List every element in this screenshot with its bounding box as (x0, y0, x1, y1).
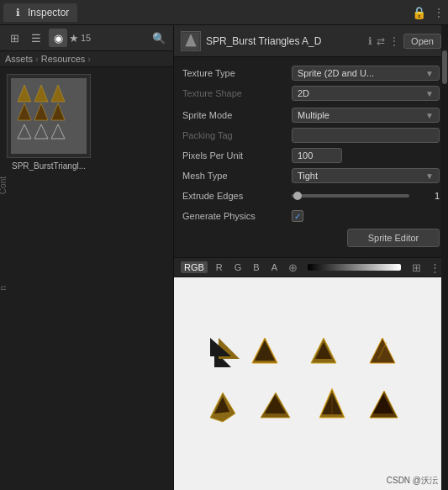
inspector-transform-icon[interactable]: ⇄ (377, 35, 385, 47)
extrude-edges-number: 1 (414, 191, 440, 201)
watermark: CSDN @沃沄 (387, 475, 438, 487)
texture-type-label: Texture Type (182, 68, 292, 78)
extrude-edges-thumb (293, 192, 302, 200)
left-toolbar: ⊞ ☰ ◉ ★15 🔍 (0, 25, 173, 51)
generate-physics-label: Generate Physics (182, 211, 292, 221)
extrude-edges-value: 1 (292, 191, 440, 201)
tab-menu-icon[interactable]: ⋮ (433, 6, 445, 19)
generate-physics-checkbox[interactable] (292, 210, 303, 222)
mesh-type-row: Mesh Type Tight ▼ (182, 166, 440, 185)
small-sprite-icon (182, 33, 199, 50)
asset-thumbnail (7, 74, 91, 158)
pixels-per-unit-input[interactable] (292, 148, 342, 163)
svg-marker-16 (255, 340, 275, 361)
a-button[interactable]: A (268, 261, 281, 273)
breadcrumb-chevron-2: › (87, 54, 91, 64)
texture-shape-row: Texture Shape 2D ▼ (182, 84, 440, 103)
rgb-button[interactable]: RGB (181, 261, 208, 273)
packing-tag-input[interactable] (292, 128, 440, 143)
inspector-tab[interactable]: ℹ Inspector (3, 3, 77, 22)
inspector-tab-label: Inspector (28, 7, 69, 18)
texture-type-row: Texture Type Sprite (2D and U... ▼ (182, 64, 440, 82)
tab-bar: ℹ Inspector 🔒 ⋮ (0, 0, 448, 25)
packing-tag-label: Packing Tag (182, 130, 292, 140)
favorites-count: 15 (81, 33, 91, 43)
view-list-button[interactable]: ☰ (27, 29, 45, 47)
mesh-type-label: Mesh Type (182, 171, 292, 181)
sprite-mode-row: Sprite Mode Multiple ▼ (182, 106, 440, 124)
tab-bar-actions: 🔒 ⋮ (412, 6, 445, 19)
search-icon[interactable]: 🔍 (150, 29, 168, 47)
sprite-mode-dropdown[interactable]: Multiple ▼ (292, 108, 440, 123)
breadcrumb-chevron-1: › (35, 54, 39, 64)
breadcrumb-assets[interactable]: Assets (5, 54, 33, 64)
sprite-mode-dropdown-text: Multiple (298, 110, 329, 120)
rgb-toolbar: RGB R G B A ⊕ ⊞ ⋮ (174, 257, 448, 277)
asset-label: SPR_BurstTriangl... (12, 161, 86, 171)
side-label-cont: Cont (0, 177, 8, 194)
preview-sprites-svg (193, 321, 429, 447)
sprite-editor-button[interactable]: Sprite Editor (347, 229, 440, 247)
breadcrumb-resources[interactable]: Resources (41, 54, 86, 64)
sprite-mode-value: Multiple ▼ (292, 108, 440, 123)
asset-icon-small (181, 31, 201, 51)
sprite-sheet-svg (11, 78, 87, 154)
info-icon: ℹ (12, 7, 24, 18)
asset-item[interactable]: SPR_BurstTriangl... (7, 74, 91, 171)
mesh-type-dropdown-text: Tight (298, 171, 318, 181)
texture-type-dropdown-text: Sprite (2D and U... (298, 68, 374, 78)
sprite-mode-label: Sprite Mode (182, 110, 292, 120)
texture-shape-dropdown-text: 2D (298, 88, 309, 98)
packing-tag-row: Packing Tag (182, 126, 440, 145)
favorites-button[interactable]: ★15 (71, 29, 89, 47)
lock-icon[interactable]: 🔒 (412, 6, 426, 19)
right-panel: SPR_Burst Triangles A_D ℹ ⇄ ⋮ Open Textu… (174, 25, 448, 490)
inspector-properties: Texture Type Sprite (2D and U... ▼ Textu… (174, 57, 448, 257)
texture-shape-label: Texture Shape (182, 88, 292, 98)
alpha-slider[interactable] (308, 264, 401, 271)
color-picker-icon[interactable]: ⊕ (286, 261, 299, 274)
breadcrumb: Assets › Resources › (0, 51, 173, 67)
search-button[interactable]: ◉ (49, 29, 67, 47)
inspector-header: SPR_Burst Triangles A_D ℹ ⇄ ⋮ Open (174, 25, 448, 57)
texture-type-value: Sprite (2D and U... ▼ (292, 66, 440, 81)
mesh-type-value: Tight ▼ (292, 168, 440, 183)
pixels-per-unit-row: Pixels Per Unit (182, 146, 440, 165)
scrollbar[interactable] (441, 25, 448, 490)
extrude-edges-slider[interactable] (292, 194, 409, 198)
main-layout: ⊞ ☰ ◉ ★15 🔍 Assets › Resources › (0, 25, 448, 490)
inspector-header-icons: ℹ ⇄ ⋮ Open (368, 34, 441, 49)
packing-tag-value (292, 128, 440, 143)
texture-type-dropdown-arrow: ▼ (425, 69, 434, 78)
scrollbar-thumb[interactable] (442, 50, 447, 84)
texture-shape-dropdown[interactable]: 2D ▼ (292, 86, 440, 101)
pixels-per-unit-label: Pixels Per Unit (182, 150, 292, 161)
sprite-editor-row: Sprite Editor (182, 229, 440, 247)
left-panel: ⊞ ☰ ◉ ★15 🔍 Assets › Resources › (0, 25, 174, 490)
pixels-per-unit-value (292, 148, 440, 163)
inspector-asset-title: SPR_Burst Triangles A_D (206, 35, 363, 47)
preview-area (174, 277, 448, 490)
inspector-info-icon[interactable]: ℹ (368, 35, 372, 47)
extrude-edges-row: Extrude Edges 1 (182, 187, 440, 205)
mesh-type-dropdown[interactable]: Tight ▼ (292, 168, 440, 183)
sprite-mode-dropdown-arrow: ▼ (425, 111, 434, 120)
inspector-menu-icon[interactable]: ⋮ (389, 35, 399, 47)
b-button[interactable]: B (250, 261, 262, 273)
extrude-edges-label: Extrude Edges (182, 191, 292, 201)
view-grid-button[interactable]: ⊞ (5, 29, 24, 47)
rgb-menu-icon[interactable]: ⋮ (428, 261, 441, 274)
texture-shape-value: 2D ▼ (292, 86, 440, 101)
color-mode-icon[interactable]: ⊞ (409, 261, 423, 274)
side-label-n: n (0, 286, 8, 291)
g-button[interactable]: G (231, 261, 245, 273)
texture-type-dropdown[interactable]: Sprite (2D and U... ▼ (292, 66, 440, 81)
mesh-type-dropdown-arrow: ▼ (425, 171, 434, 181)
asset-area: SPR_BurstTriangl... (0, 67, 173, 490)
texture-shape-dropdown-arrow: ▼ (425, 89, 434, 98)
generate-physics-value (292, 210, 440, 222)
generate-physics-row: Generate Physics (182, 207, 440, 225)
r-button[interactable]: R (213, 261, 226, 273)
open-button[interactable]: Open (403, 34, 441, 49)
